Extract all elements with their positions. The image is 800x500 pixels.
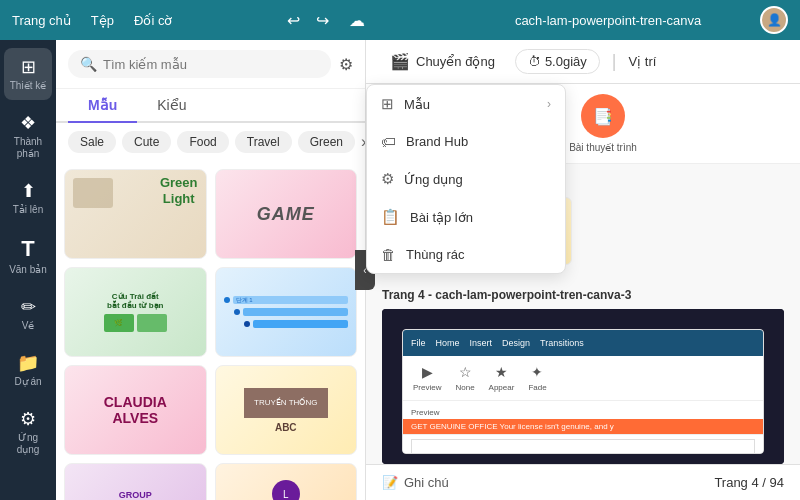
- sidebar-item-du-an[interactable]: 📁 Dự án: [4, 344, 52, 396]
- embedded-none-btn[interactable]: ☆ None: [455, 364, 474, 392]
- tab-kieu[interactable]: Kiểu: [137, 89, 206, 123]
- template-card-larana[interactable]: L LARANACOMPANY: [215, 463, 358, 500]
- dropdown-mau[interactable]: ⊞ Mẫu ›: [367, 85, 565, 123]
- sug-bai-thuyet-trinh[interactable]: 📑 Bài thuyết trình: [569, 94, 637, 153]
- search-bar: 🔍 ⚙: [56, 40, 365, 89]
- main-layout: ⊞ Thiết kế ❖ Thành phần ⬆ Tải lên T Văn …: [0, 40, 800, 500]
- time-value: 5.0giây: [545, 54, 587, 69]
- filter-button[interactable]: ⚙: [339, 55, 353, 74]
- dropdown-brand-label: Brand Hub: [406, 134, 468, 149]
- dropdown-brand-hub[interactable]: 🏷 Brand Hub: [367, 123, 565, 160]
- templates-panel: 🔍 ⚙ Mẫu Kiểu Sale Cute Food Travel Green…: [56, 40, 366, 500]
- components-icon: ❖: [20, 112, 36, 134]
- chuyen-dong-button[interactable]: 🎬 Chuyển động: [382, 48, 503, 75]
- embedded-warning: GET GENUINE OFFICE Your license isn't ge…: [403, 419, 763, 434]
- animation-icon: 🎬: [390, 52, 410, 71]
- redo-button[interactable]: ↪: [312, 9, 333, 32]
- none-star-icon: ☆: [459, 364, 472, 380]
- page-preview[interactable]: File Home Insert Design Transitions ▶ Pr…: [382, 309, 784, 464]
- sidebar-label-ung-dung: Ứng dụng: [8, 432, 48, 456]
- template-card-truyen-thong[interactable]: TRUYỀN THỐNG ABC: [215, 365, 358, 455]
- sidebar-label-thanh-phan: Thành phần: [8, 136, 48, 160]
- sidebar-label-du-an: Dự án: [14, 376, 41, 388]
- right-panel: 🎬 Chuyển động ⏱ 5.0giây | Vị trí ⊞ Mẫu ›…: [366, 40, 800, 500]
- toolbar-area: 🎬 Chuyển động ⏱ 5.0giây | Vị trí ⊞ Mẫu ›…: [366, 40, 800, 84]
- sidebar-item-van-ban[interactable]: T Văn bản: [4, 228, 52, 284]
- search-input[interactable]: [103, 57, 319, 72]
- template-card-green-light[interactable]: GreenLight: [64, 169, 207, 259]
- nav-edit[interactable]: Đối cờ: [134, 13, 172, 28]
- embedded-presentation-ui: File Home Insert Design Transitions ▶ Pr…: [402, 329, 764, 454]
- brand-icon: 🏷: [381, 133, 396, 150]
- embedded-input-area: [403, 434, 763, 454]
- dropdown-bai-tap-lon[interactable]: 📋 Bài tập lớn: [367, 198, 565, 236]
- sidebar-item-ung-dung[interactable]: ⚙ Ứng dụng: [4, 400, 52, 464]
- undo-button[interactable]: ↩: [283, 9, 304, 32]
- dropdown-menu: ⊞ Mẫu › 🏷 Brand Hub ⚙ Ứng dụng 📋 Bài tập…: [366, 84, 566, 274]
- page-info-title: Trang 4 - cach-lam-powerpoint-tren-canva…: [382, 288, 631, 302]
- embedded-preview-label: Preview: [403, 406, 447, 419]
- embedded-fade-btn[interactable]: ✦ Fade: [528, 364, 546, 392]
- embedded-tab-design[interactable]: Design: [502, 338, 530, 348]
- template-card-earth[interactable]: Cứu Trái đấtbắt đầu từ bạn 🌿: [64, 267, 207, 357]
- templates-tabs: Mẫu Kiểu: [56, 89, 365, 123]
- sidebar-icons: ⊞ Thiết kế ❖ Thành phần ⬆ Tải lên T Văn …: [0, 40, 56, 500]
- preview-btn-label: Preview: [413, 383, 441, 392]
- search-input-wrap: 🔍: [68, 50, 331, 78]
- chip-cute[interactable]: Cute: [122, 131, 171, 153]
- embedded-tab-file[interactable]: File: [411, 338, 426, 348]
- clock-icon: ⏱: [528, 54, 541, 69]
- chip-travel[interactable]: Travel: [235, 131, 292, 153]
- document-title: cach-lam-powerpoint-tren-canva: [476, 13, 740, 28]
- template-blue-inner: 단계 1: [216, 268, 357, 356]
- nav-home[interactable]: Trang chủ: [12, 13, 71, 28]
- embedded-appear-btn[interactable]: ★ Appear: [489, 364, 515, 392]
- template-icon: ⊞: [381, 95, 394, 113]
- template-card-blue-steps[interactable]: 단계 1: [215, 267, 358, 357]
- embedded-input-field[interactable]: [411, 439, 755, 454]
- sidebar-item-tai-len[interactable]: ⬆ Tải lên: [4, 172, 52, 224]
- embedded-toolbar: File Home Insert Design Transitions: [403, 330, 763, 356]
- embedded-tab-insert[interactable]: Insert: [470, 338, 493, 348]
- sidebar-label-ve: Về: [22, 320, 35, 332]
- cloud-icon[interactable]: ☁: [349, 11, 365, 30]
- ghi-chu-button[interactable]: 📝 Ghi chú: [382, 475, 449, 490]
- sidebar-label-thiet-ke: Thiết kế: [10, 80, 46, 92]
- dropdown-thung-rac-label: Thùng rác: [406, 247, 465, 262]
- chip-sale[interactable]: Sale: [68, 131, 116, 153]
- vi-tri-label[interactable]: Vị trí: [629, 54, 657, 69]
- sidebar-item-thanh-phan[interactable]: ❖ Thành phần: [4, 104, 52, 168]
- embedded-content-row: ▶ Preview ☆ None ★ Appear: [403, 356, 763, 401]
- fade-btn-label: Fade: [528, 383, 546, 392]
- template-card-game[interactable]: GAME: [215, 169, 358, 259]
- template-larana-inner: L LARANACOMPANY: [216, 464, 357, 500]
- nav-file[interactable]: Tệp: [91, 13, 114, 28]
- templates-grid: GreenLight GAME Cứu Trái đấtbắt đầu từ b…: [56, 161, 365, 500]
- earth-text: Cứu Trái đấtbắt đầu từ bạn: [107, 292, 163, 310]
- bottom-bar: 📝 Ghi chú Trang 4 / 94: [366, 464, 800, 500]
- time-selector[interactable]: ⏱ 5.0giây: [515, 49, 600, 74]
- user-avatar[interactable]: 👤: [760, 6, 788, 34]
- tab-mau[interactable]: Mẫu: [68, 89, 137, 123]
- dropdown-ung-dung[interactable]: ⚙ Ứng dụng: [367, 160, 565, 198]
- sidebar-label-van-ban: Văn bản: [9, 264, 47, 276]
- ghi-chu-label: Ghi chú: [404, 475, 449, 490]
- truyen-thong-text: ABC: [275, 422, 297, 433]
- game-text: GAME: [257, 204, 315, 225]
- dropdown-thung-rac[interactable]: 🗑 Thùng rác: [367, 236, 565, 273]
- bai-thuyet-trinh-label: Bài thuyết trình: [569, 142, 637, 153]
- chip-food[interactable]: Food: [177, 131, 228, 153]
- dropdown-ung-dung-label: Ứng dụng: [404, 172, 463, 187]
- embedded-preview-btn[interactable]: ▶ Preview: [413, 364, 441, 392]
- page-counter: Trang 4 / 94: [714, 475, 784, 490]
- filter-chips: Sale Cute Food Travel Green ›: [56, 123, 365, 161]
- embedded-tab-transitions[interactable]: Transitions: [540, 338, 584, 348]
- embedded-tab-home[interactable]: Home: [436, 338, 460, 348]
- template-card-claudia[interactable]: CLAUDIAALVES: [64, 365, 207, 455]
- sidebar-item-ve[interactable]: ✏ Về: [4, 288, 52, 340]
- template-card-group-project[interactable]: GROUPPROJECT: [64, 463, 207, 500]
- chip-green[interactable]: Green: [298, 131, 355, 153]
- claudia-text: CLAUDIAALVES: [104, 394, 167, 426]
- sidebar-item-thiet-ke[interactable]: ⊞ Thiết kế: [4, 48, 52, 100]
- chips-next-button[interactable]: ›: [361, 133, 365, 151]
